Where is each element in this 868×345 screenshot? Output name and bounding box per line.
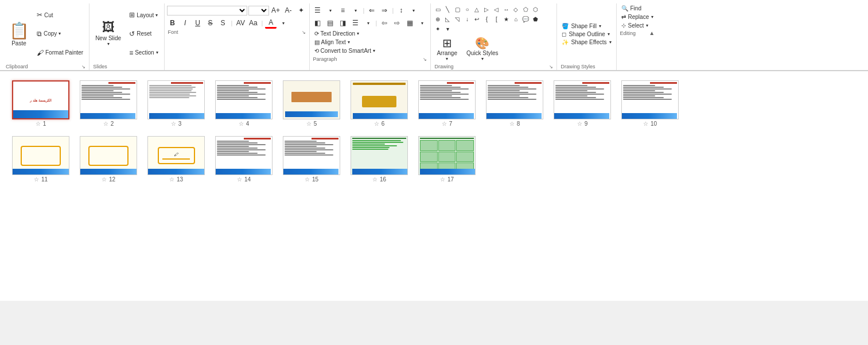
replace-button[interactable]: ⇄ Replace ▾ <box>619 13 656 21</box>
decrease-indent-button[interactable]: ⇐ <box>366 5 377 16</box>
slide-thumbnail-1[interactable]: الكريسمة هلد ر <box>12 80 69 119</box>
ribbon-collapse-icon[interactable]: ▲ <box>649 30 655 36</box>
slide-thumbnail-11[interactable] <box>12 136 69 175</box>
align-left-button[interactable]: ◧ <box>312 17 324 29</box>
slide-thumbnail-3[interactable] <box>147 80 205 119</box>
strikethrough-button[interactable]: S <box>205 17 216 29</box>
find-button[interactable]: 🔍 Find <box>619 5 656 12</box>
shape-more2[interactable]: ▾ <box>443 24 452 33</box>
slide-thumbnail-16[interactable] <box>351 136 408 175</box>
line-spacing-button[interactable]: ↕ <box>395 5 407 16</box>
shape-line[interactable]: ╲ <box>443 5 452 14</box>
font-color-dropdown[interactable]: ▾ <box>278 17 289 29</box>
align-text-button[interactable]: ▤ Align Text ▾ <box>312 38 352 46</box>
shape-diamond[interactable]: ◇ <box>511 5 520 14</box>
shape-arrow-down[interactable]: ↓ <box>462 14 472 24</box>
justify-button[interactable]: ☰ <box>350 17 361 29</box>
shape-bracket[interactable]: [ <box>492 14 501 24</box>
slide-thumbnail-10[interactable] <box>621 80 679 119</box>
slide-star-6[interactable]: ☆ <box>374 121 379 127</box>
slide-star-4[interactable]: ☆ <box>239 121 244 127</box>
slide-star-17[interactable]: ☆ <box>440 176 445 183</box>
columns-button[interactable]: ▦ <box>404 17 415 29</box>
slide-item[interactable]: ☆15 <box>280 136 343 183</box>
italic-button[interactable]: I <box>180 17 191 29</box>
shape-pentagon[interactable]: ⬠ <box>521 5 530 14</box>
shape-custom2[interactable]: ✦ <box>433 24 442 33</box>
shape-rect[interactable]: ▭ <box>433 5 442 14</box>
slide-thumbnail-7[interactable] <box>418 80 476 119</box>
slide-star-10[interactable]: ☆ <box>643 121 648 127</box>
slide-item[interactable]: ☆10 <box>618 80 682 127</box>
slide-star-15[interactable]: ☆ <box>305 176 310 183</box>
slide-item[interactable]: ☆3 <box>145 80 208 127</box>
shape-banner[interactable]: ⌂ <box>511 14 520 24</box>
slide-thumbnail-17[interactable] <box>418 136 476 175</box>
bold-button[interactable]: B <box>167 17 178 29</box>
align-right-button[interactable]: ◨ <box>337 17 349 29</box>
quick-styles-button[interactable]: 🎨 Quick Styles ▾ <box>463 34 502 63</box>
slide-item[interactable]: ☆12 <box>77 136 140 183</box>
slide-star-5[interactable]: ☆ <box>306 121 312 127</box>
shape-round-rect[interactable]: ▢ <box>453 5 462 14</box>
slide-thumbnail-12[interactable] <box>80 136 137 175</box>
shape-effects-button[interactable]: ✨ Shape Effects ▾ <box>559 38 613 46</box>
ltr-button[interactable]: ⇨ <box>391 17 403 29</box>
shape-fill-button[interactable]: 🪣 Shape Fill ▾ <box>559 22 613 30</box>
cut-button[interactable]: ✂ Cut <box>34 10 85 20</box>
slide-thumbnail-13[interactable]: 🖊 <box>147 136 205 175</box>
slide-item[interactable]: ☆4 <box>212 80 275 127</box>
font-size-select[interactable] <box>248 6 269 15</box>
slide-item[interactable]: ☆6 <box>348 80 411 127</box>
slide-item[interactable]: ☆7 <box>415 80 478 127</box>
format-painter-button[interactable]: 🖌 Format Painter <box>34 48 85 57</box>
shape-brace[interactable]: { <box>482 14 491 24</box>
text-direction-button[interactable]: ⟳ Text Direction ▾ <box>312 30 362 37</box>
slide-star-9[interactable]: ☆ <box>577 121 582 127</box>
select-button[interactable]: ⊹ Select ▾ <box>619 22 656 29</box>
new-slide-button[interactable]: 🖼 New Slide ▾ <box>92 5 124 63</box>
slide-thumbnail-5[interactable] <box>283 80 340 119</box>
slide-item[interactable]: ☆5 <box>280 80 343 127</box>
layout-dropdown[interactable]: ▾ <box>155 13 158 18</box>
slide-item[interactable]: ☆17 <box>415 136 478 183</box>
line-spacing-dropdown[interactable]: ▾ <box>408 5 419 16</box>
rtl-button[interactable]: ⇦ <box>379 17 390 29</box>
slide-item[interactable]: ☆8 <box>483 80 546 127</box>
copy-button[interactable]: ⧉ Copy ▾ <box>34 29 85 38</box>
slide-item[interactable]: ☆2 <box>77 80 140 127</box>
slide-thumbnail-9[interactable] <box>554 80 611 119</box>
columns-dropdown[interactable]: ▾ <box>417 17 428 29</box>
shape-more[interactable]: ⊕ <box>433 14 442 24</box>
case-button[interactable]: Aa <box>247 17 259 29</box>
slide-item[interactable]: الكريسمة هلد ر ☆1 <box>9 80 72 127</box>
new-slide-dropdown[interactable]: ▾ <box>107 41 110 46</box>
slide-star-7[interactable]: ☆ <box>442 121 447 127</box>
shape-outline-button[interactable]: ◻ Shape Outline ▾ <box>559 30 613 38</box>
slide-item[interactable]: ☆11 <box>9 136 72 183</box>
slide-star-16[interactable]: ☆ <box>372 176 377 183</box>
text-shadow-button[interactable]: S <box>217 17 229 29</box>
shape-arrow-l[interactable]: ◁ <box>492 5 501 14</box>
slide-panel[interactable]: ☆10 ☆9 ☆8 ☆7 ☆6 <box>0 71 868 301</box>
slide-star-12[interactable]: ☆ <box>102 176 107 183</box>
para-expand-icon[interactable]: ↘ <box>423 57 427 62</box>
shape-custom1[interactable]: ⬟ <box>531 14 540 24</box>
shape-tri3[interactable]: ◹ <box>453 14 462 24</box>
reset-button[interactable]: ↺ Reset <box>127 29 160 38</box>
slide-star-3[interactable]: ☆ <box>171 121 176 127</box>
slide-thumbnail-4[interactable] <box>215 80 273 119</box>
drawing-expand-icon[interactable]: ↘ <box>549 64 553 69</box>
shape-star[interactable]: ★ <box>501 14 511 24</box>
layout-button[interactable]: ⊞ Layout ▾ <box>127 10 160 20</box>
font-expand-icon[interactable]: ↘ <box>302 30 306 35</box>
bullets-dropdown[interactable]: ▾ <box>325 5 336 16</box>
slide-item[interactable]: ☆16 <box>348 136 411 183</box>
underline-button[interactable]: U <box>192 17 204 29</box>
clear-formatting-button[interactable]: ✦ <box>295 5 307 16</box>
slide-item[interactable]: ☆14 <box>212 136 275 183</box>
slide-thumbnail-15[interactable] <box>283 136 340 175</box>
slide-item[interactable]: 🖊 ☆13 <box>145 136 208 183</box>
arrange-button[interactable]: ⊞ Arrange ▾ <box>433 34 461 63</box>
shape-tri2[interactable]: ◺ <box>443 14 452 24</box>
